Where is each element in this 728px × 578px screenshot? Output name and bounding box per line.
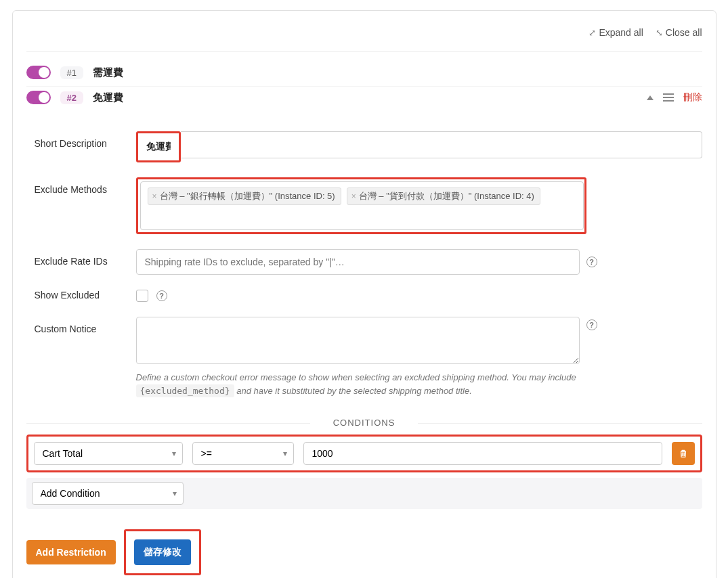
expand-icon: ⤢ [588,28,596,38]
exclude-rate-ids-label: Exclude Rate IDs [35,249,123,267]
rule-badge: #2 [60,91,83,104]
short-description-label: Short Description [35,131,123,149]
custom-notice-row: Custom Notice ? Define a custom checkout… [35,317,702,397]
condition-row-highlight: Cart Total >= [26,435,702,472]
custom-notice-hint: Define a custom checkout error message t… [136,371,580,397]
short-description-row: Short Description [35,131,702,162]
method-tag: × 台灣 – "貨到付款（加運費）" (Instance ID: 4) [347,187,540,205]
delete-rule-link[interactable]: 刪除 [683,91,702,104]
exclude-methods-label: Exclude Methods [35,177,123,195]
condition-value-input[interactable] [303,442,662,465]
top-actions: ⤢ Expand all ⤡ Close all [26,24,702,47]
rule-badge: #1 [60,66,83,79]
help-icon[interactable]: ? [586,319,597,330]
short-description-input[interactable] [138,133,179,160]
add-condition-select[interactable]: Add Condition [32,482,184,505]
short-description-input-rest[interactable] [181,131,702,158]
rule-row: #2 免運費 刪除 [26,87,702,111]
rule-form: Short Description Exclude Methods × 台灣 –… [26,131,702,397]
exclude-methods-input[interactable]: × 台灣 – "銀行轉帳（加運費）" (Instance ID: 5) × 台灣… [140,181,584,230]
rule-title: 需運費 [93,66,123,79]
collapse-icon: ⤡ [656,28,663,38]
exclude-rate-ids-input[interactable] [136,249,580,275]
rule-toggle[interactable] [26,66,51,79]
placeholder-code: {excluded_method} [136,384,234,397]
delete-condition-button[interactable] [672,442,695,465]
method-tag: × 台灣 – "銀行轉帳（加運費）" (Instance ID: 5) [148,187,341,205]
highlight-save: 儲存修改 [124,529,201,575]
collapse-rule-icon[interactable] [647,95,654,100]
drag-handle-icon[interactable] [663,93,674,102]
show-excluded-checkbox[interactable] [136,290,148,302]
highlight-short-description [136,131,181,162]
show-excluded-row: Show Excluded ? [35,290,702,302]
help-icon[interactable]: ? [586,257,597,267]
restrictions-panel: ⤢ Expand all ⤡ Close all #1 需運費 #2 免運費 刪… [12,10,716,578]
rule-actions: 刪除 [647,91,702,104]
save-button[interactable]: 儲存修改 [134,539,191,565]
add-condition-row: Add Condition [26,478,702,509]
exclude-methods-row: Exclude Methods × 台灣 – "銀行轉帳（加運費）" (Inst… [35,177,702,234]
divider [26,51,702,52]
close-all-label: Close all [666,27,702,38]
method-tag-label: 台灣 – "銀行轉帳（加運費）" (Instance ID: 5) [160,190,335,202]
bottom-actions: Add Restriction 儲存修改 [26,529,702,575]
show-excluded-label: Show Excluded [35,290,123,301]
condition-field-select[interactable]: Cart Total [34,442,183,465]
trash-icon [679,449,688,458]
remove-tag-icon[interactable]: × [351,192,356,201]
close-all-link[interactable]: ⤡ Close all [656,27,702,38]
expand-all-label: Expand all [599,27,643,38]
rule-row: #1 需運費 [26,62,702,87]
add-restriction-button[interactable]: Add Restriction [26,540,116,564]
rule-toggle[interactable] [26,91,51,104]
custom-notice-textarea[interactable] [136,317,580,364]
condition-operator-select[interactable]: >= [192,442,294,465]
rule-title: 免運費 [93,91,123,104]
expand-all-link[interactable]: ⤢ Expand all [588,27,643,38]
exclude-rate-ids-row: Exclude Rate IDs ? [35,249,702,275]
help-icon[interactable]: ? [156,290,167,301]
conditions-header: CONDITIONS [26,418,702,428]
method-tag-label: 台灣 – "貨到付款（加運費）" (Instance ID: 4) [359,190,534,202]
remove-tag-icon[interactable]: × [152,192,157,201]
custom-notice-label: Custom Notice [35,317,123,334]
